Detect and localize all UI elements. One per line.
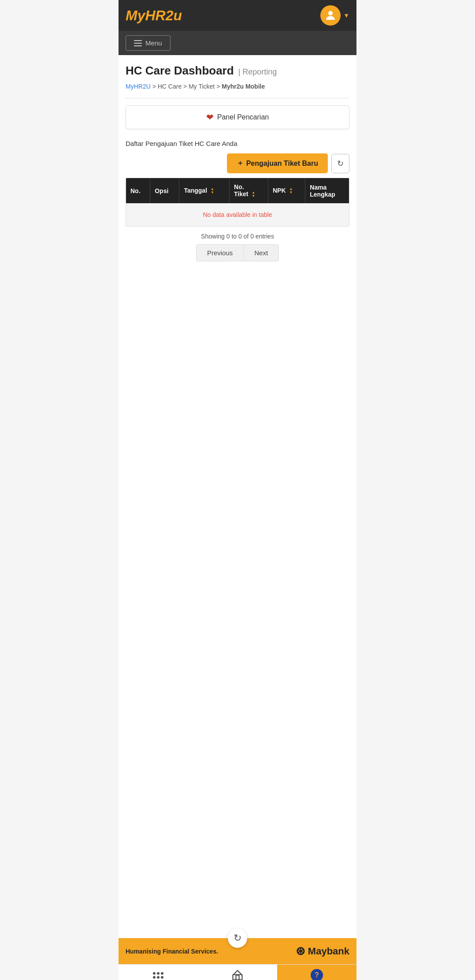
tickets-table: No. Opsi Tanggal ▲▼ No.Tiket ▲▼ NPK ▲▼ N… bbox=[126, 178, 349, 226]
panel-label: Panel Pencarian bbox=[217, 113, 269, 121]
nav-hc-care[interactable]: ? HC Care bbox=[277, 965, 356, 980]
nav-home[interactable]: Home bbox=[198, 965, 277, 980]
dropdown-arrow-icon: ▼ bbox=[343, 12, 349, 19]
refresh-icon: ↻ bbox=[337, 159, 344, 168]
maybank-brand: Maybank bbox=[308, 946, 349, 957]
chevron-down-icon: ❤ bbox=[206, 112, 214, 123]
avatar bbox=[320, 5, 341, 26]
footer-tagline: Humanising Financial Services. bbox=[126, 948, 218, 955]
sort-icon-npk: ▲▼ bbox=[289, 187, 293, 194]
menu-button[interactable]: Menu bbox=[126, 35, 171, 51]
page-title: HC Care Dashboard bbox=[126, 64, 234, 78]
table-wrap: No. Opsi Tanggal ▲▼ No.Tiket ▲▼ NPK ▲▼ N… bbox=[126, 178, 349, 227]
new-ticket-button[interactable]: ＋ Pengajuan Tiket Baru bbox=[227, 153, 328, 173]
top-header: MyHR2u ▼ bbox=[119, 0, 356, 31]
col-npk: NPK ▲▼ bbox=[268, 178, 305, 203]
col-no-tiket: No.Tiket ▲▼ bbox=[230, 178, 268, 203]
hamburger-icon bbox=[134, 40, 142, 46]
panel-pencarian[interactable]: ❤ Panel Pencarian bbox=[126, 105, 349, 129]
previous-button[interactable]: Previous bbox=[196, 244, 244, 261]
fab-refresh-button[interactable]: ↻ bbox=[228, 928, 247, 948]
col-nama: NamaLengkap bbox=[305, 178, 349, 203]
maybank-icon: ⊛ bbox=[296, 944, 305, 958]
svg-point-0 bbox=[328, 11, 333, 15]
daftar-label: Daftar Pengajuan Tiket HC Care Anda bbox=[126, 140, 349, 147]
fab-refresh-icon: ↻ bbox=[234, 932, 241, 944]
sort-icon-tiket: ▲▼ bbox=[252, 191, 255, 198]
no-data-row: No data available in table bbox=[126, 203, 349, 226]
col-opsi: Opsi bbox=[150, 178, 179, 203]
breadcrumb-current: Myhr2u Mobile bbox=[222, 83, 265, 90]
help-icon: ? bbox=[311, 969, 323, 980]
action-bar: ＋ Pengajuan Tiket Baru ↻ bbox=[126, 153, 349, 173]
user-avatar-wrap[interactable]: ▼ bbox=[320, 5, 349, 26]
col-tanggal: Tanggal ▲▼ bbox=[179, 178, 230, 203]
new-ticket-label: Pengajuan Tiket Baru bbox=[246, 160, 318, 168]
breadcrumb: MyHR2U > HC Care > My Ticket > Myhr2u Mo… bbox=[126, 83, 349, 90]
title-row: HC Care Dashboard | Reporting bbox=[126, 64, 349, 79]
menu-bar: Menu bbox=[119, 31, 356, 55]
menu-label: Menu bbox=[145, 39, 162, 47]
showing-text: Showing 0 to 0 of 0 entries bbox=[126, 233, 349, 240]
maybank-logo: ⊛ Maybank bbox=[296, 944, 349, 958]
bottom-nav: All Menu Home ? HC Care bbox=[119, 964, 356, 980]
main-content: HC Care Dashboard | Reporting MyHR2U > H… bbox=[119, 55, 356, 938]
refresh-button[interactable]: ↻ bbox=[331, 154, 349, 173]
nav-all-menu[interactable]: All Menu bbox=[119, 965, 198, 980]
breadcrumb-path: > HC Care > My Ticket > bbox=[151, 83, 222, 90]
user-icon bbox=[324, 9, 337, 22]
divider bbox=[126, 98, 349, 98]
col-no: No. bbox=[126, 178, 150, 203]
breadcrumb-home-link[interactable]: MyHR2U bbox=[126, 83, 151, 90]
plus-icon: ＋ bbox=[237, 159, 244, 168]
footer-banner: ↻ Humanising Financial Services. ⊛ Mayba… bbox=[119, 938, 356, 964]
logo: MyHR2u bbox=[126, 7, 182, 24]
grid-icon bbox=[153, 972, 163, 979]
pagination: Previous Next bbox=[126, 244, 349, 261]
sort-icon-tanggal: ▲▼ bbox=[211, 187, 214, 194]
home-icon bbox=[231, 969, 244, 980]
table-header-row: No. Opsi Tanggal ▲▼ No.Tiket ▲▼ NPK ▲▼ N… bbox=[126, 178, 349, 203]
next-button[interactable]: Next bbox=[244, 244, 279, 261]
no-data-message: No data available in table bbox=[126, 203, 349, 226]
page-subtitle: | Reporting bbox=[238, 67, 277, 77]
